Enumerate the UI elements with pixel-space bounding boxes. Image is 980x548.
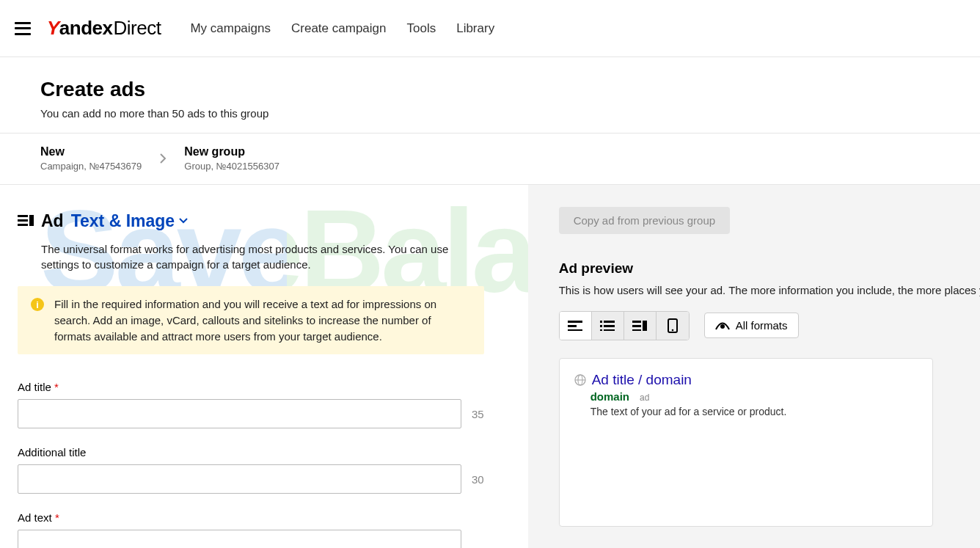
format-image-icon[interactable]: [624, 312, 657, 340]
svg-rect-0: [18, 215, 28, 217]
input-ad-text[interactable]: [18, 530, 461, 548]
svg-rect-15: [632, 329, 641, 331]
count-additional-title: 30: [472, 473, 484, 486]
chevron-down-icon: [179, 218, 188, 224]
breadcrumb: New Campaign, №47543679 New group Group,…: [0, 134, 980, 185]
crumb-group-name: New group: [184, 144, 279, 160]
field-ad-text: Ad text * 81: [18, 511, 484, 548]
ad-type-label: Text & Image: [71, 211, 175, 231]
nav-tools[interactable]: Tools: [406, 21, 436, 36]
preview-toolbar: All formats: [559, 311, 980, 340]
top-header: YandexDirect My campaigns Create campaig…: [0, 0, 980, 57]
logo-direct: Direct: [114, 17, 161, 40]
all-formats-label: All formats: [736, 319, 788, 332]
svg-rect-10: [604, 325, 615, 327]
info-box: i Fill in the required information and y…: [18, 286, 484, 354]
field-ad-title: Ad title * 35: [18, 381, 484, 428]
ad-description: The universal format works for advertisi…: [41, 241, 484, 274]
input-additional-title[interactable]: [18, 464, 461, 494]
crumb-group[interactable]: New group Group, №4021556307: [184, 144, 279, 174]
logo[interactable]: YandexDirect: [47, 17, 161, 40]
svg-rect-9: [600, 325, 602, 327]
svg-point-18: [671, 329, 673, 331]
ad-label: Ad: [41, 211, 64, 231]
preview-ad-tag: ad: [640, 392, 649, 403]
title-bar: Create ads You can add no more than 50 a…: [0, 57, 980, 134]
globe-icon: [574, 374, 586, 386]
nav-library[interactable]: Library: [456, 21, 494, 36]
right-panel: Copy ad from previous group Ad preview T…: [528, 185, 980, 548]
list-icon: [18, 214, 34, 227]
format-text-icon[interactable]: [560, 312, 592, 340]
svg-rect-12: [604, 329, 615, 331]
label-ad-text: Ad text *: [18, 511, 484, 524]
svg-rect-5: [568, 325, 577, 327]
menu-icon[interactable]: [15, 22, 31, 35]
preview-heading: Ad preview: [559, 260, 980, 277]
crumb-group-id: Group, №4021556307: [184, 160, 279, 173]
ad-type-dropdown[interactable]: Text & Image: [71, 211, 188, 231]
format-list-icon[interactable]: [592, 312, 624, 340]
svg-point-19: [720, 324, 725, 329]
svg-rect-7: [600, 321, 602, 323]
crumb-campaign-id: Campaign, №47543679: [40, 160, 142, 173]
logo-y: Y: [47, 17, 59, 40]
nav-my-campaigns[interactable]: My campaigns: [190, 21, 271, 36]
field-additional-title: Additional title 30: [18, 446, 484, 494]
chevron-right-icon: [159, 153, 167, 164]
svg-rect-4: [568, 321, 582, 323]
preview-card: Ad title / domain domain ad The text of …: [559, 358, 933, 527]
svg-rect-14: [632, 325, 641, 327]
copy-ad-button[interactable]: Copy ad from previous group: [559, 207, 730, 234]
logo-andex: andex: [59, 17, 113, 40]
svg-rect-8: [604, 321, 615, 323]
svg-rect-16: [643, 321, 647, 331]
label-additional-title: Additional title: [18, 446, 484, 459]
preview-domain: domain: [590, 390, 629, 403]
eye-icon: [715, 321, 730, 330]
crumb-campaign[interactable]: New Campaign, №47543679: [40, 144, 142, 174]
preview-subtext: This is how users will see your ad. The …: [559, 284, 980, 296]
count-ad-title: 35: [472, 408, 484, 420]
crumb-campaign-name: New: [40, 144, 142, 160]
svg-rect-2: [18, 224, 28, 226]
input-ad-title[interactable]: [18, 399, 461, 428]
left-panel: Ad Text & Image The universal format wor…: [0, 185, 528, 548]
svg-rect-13: [632, 321, 641, 323]
preview-text: The text of your ad for a service or pro…: [590, 406, 918, 417]
svg-rect-6: [568, 329, 582, 331]
page-subtitle: You can add no more than 50 ads to this …: [40, 107, 980, 120]
svg-rect-3: [29, 215, 34, 226]
svg-rect-11: [600, 329, 602, 331]
format-mobile-icon[interactable]: [657, 312, 689, 340]
main-content: Ad Text & Image The universal format wor…: [0, 185, 980, 548]
nav-create-campaign[interactable]: Create campaign: [291, 21, 386, 36]
info-icon: i: [31, 298, 44, 311]
svg-rect-1: [18, 219, 28, 222]
info-message: Fill in the required information and you…: [54, 296, 471, 344]
label-ad-title: Ad title *: [18, 381, 484, 393]
preview-title: Ad title / domain: [592, 372, 692, 388]
preview-format-segment: [559, 311, 690, 340]
top-nav: My campaigns Create campaign Tools Libra…: [190, 21, 494, 36]
page-title: Create ads: [40, 78, 980, 101]
ad-heading: Ad Text & Image: [18, 211, 484, 231]
all-formats-button[interactable]: All formats: [704, 313, 799, 338]
